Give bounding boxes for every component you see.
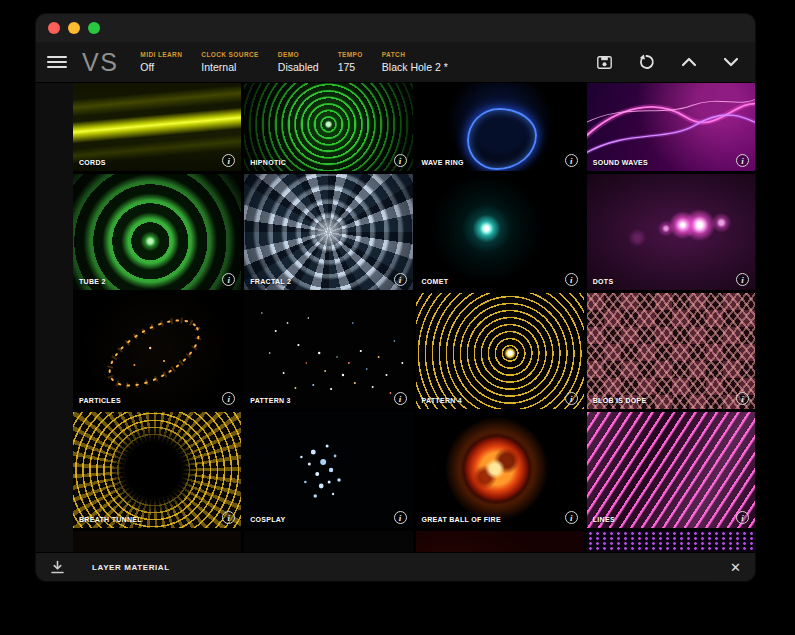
preset-label: WAVE RING <box>422 159 464 166</box>
preset-art <box>244 531 412 552</box>
preset-tile-particles[interactable]: PARTICLES i <box>73 293 241 409</box>
preset-label: COMET <box>422 278 449 285</box>
field-patch: PATCH Black Hole 2 * <box>382 51 448 73</box>
preset-art <box>416 412 584 528</box>
preset-tile-dots[interactable]: DOTS i <box>587 174 755 290</box>
close-window-button[interactable] <box>48 22 60 34</box>
main-area: CORDS i HIPNOTIC i WAVE RING i <box>36 83 755 552</box>
info-icon[interactable]: i <box>394 154 407 167</box>
preset-art <box>587 174 755 290</box>
preset-tile-hipnotic[interactable]: HIPNOTIC i <box>244 83 412 171</box>
preset-tile-blob-is-dope[interactable]: BLOB IS DOPE i <box>587 293 755 409</box>
app-header: VS MIDI LEARN Off CLOCK SOURCE Internal … <box>36 42 755 83</box>
field-midi-learn: MIDI LEARN Off <box>140 51 182 73</box>
preset-art <box>416 174 584 290</box>
preset-tile-wave-ring[interactable]: WAVE RING i <box>416 83 584 171</box>
zoom-window-button[interactable] <box>88 22 100 34</box>
preset-art <box>416 293 584 409</box>
menu-icon-line <box>47 61 67 63</box>
clock-source-value[interactable]: Internal <box>201 61 259 73</box>
demo-value[interactable]: Disabled <box>278 61 319 73</box>
patch-value[interactable]: Black Hole 2 * <box>382 61 448 73</box>
preset-grid: CORDS i HIPNOTIC i WAVE RING i <box>73 83 755 552</box>
preset-art <box>244 174 412 290</box>
preset-label: COSPLAY <box>250 516 285 523</box>
field-label: CLOCK SOURCE <box>201 51 259 58</box>
preset-tile-tube-2[interactable]: TUBE 2 i <box>73 174 241 290</box>
field-label: DEMO <box>278 51 319 58</box>
preset-art <box>244 83 412 171</box>
import-material-icon[interactable] <box>50 560 65 574</box>
preset-art <box>416 83 584 171</box>
preset-tile-lines[interactable]: LINES i <box>587 412 755 528</box>
preset-label: FRACTAL 2 <box>250 278 291 285</box>
info-icon[interactable]: i <box>394 273 407 286</box>
preset-tile-sound-waves[interactable]: SOUND WAVES i <box>587 83 755 171</box>
preset-label: GREAT BALL OF FIRE <box>422 516 501 523</box>
field-label: TEMPO <box>338 51 363 58</box>
preset-tile-partial-3[interactable] <box>416 531 584 552</box>
menu-icon[interactable] <box>47 56 67 68</box>
preset-label: SOUND WAVES <box>593 159 648 166</box>
minimize-window-button[interactable] <box>68 22 80 34</box>
close-icon[interactable]: ✕ <box>730 561 741 574</box>
info-icon[interactable]: i <box>736 154 749 167</box>
info-icon[interactable]: i <box>565 511 578 524</box>
app-logo: VS <box>82 50 118 75</box>
waves-art <box>587 83 755 171</box>
preset-tile-partial-1[interactable] <box>73 531 241 552</box>
field-label: MIDI LEARN <box>140 51 182 58</box>
left-sidebar <box>36 83 73 552</box>
preset-label: PARTICLES <box>79 397 121 404</box>
info-icon[interactable]: i <box>394 511 407 524</box>
preset-label: LINES <box>593 516 615 523</box>
info-icon[interactable]: i <box>394 392 407 405</box>
info-icon[interactable]: i <box>565 154 578 167</box>
preset-tile-partial-2[interactable] <box>244 531 412 552</box>
preset-label: CORDS <box>79 159 106 166</box>
preset-tile-great-ball-of-fire[interactable]: GREAT BALL OF FIRE i <box>416 412 584 528</box>
preset-art <box>587 293 755 409</box>
preset-tile-breath-tunnel[interactable]: BREATH TUNNEL i <box>73 412 241 528</box>
preset-tile-pattern-3[interactable]: PATTERN 3 i <box>244 293 412 409</box>
field-demo: DEMO Disabled <box>278 51 319 73</box>
window-titlebar[interactable] <box>36 14 755 42</box>
preset-art <box>73 531 241 552</box>
chevron-down-icon[interactable] <box>723 57 739 67</box>
menu-icon-line <box>47 66 67 68</box>
app-window: VS MIDI LEARN Off CLOCK SOURCE Internal … <box>36 14 755 581</box>
preset-label: BLOB IS DOPE <box>593 397 647 404</box>
preset-art <box>416 531 584 552</box>
preset-label: PATTERN 3 <box>250 397 291 404</box>
preset-art <box>73 174 241 290</box>
undo-icon[interactable] <box>638 54 655 70</box>
field-label: PATCH <box>382 51 448 58</box>
midi-learn-value[interactable]: Off <box>140 61 182 73</box>
preset-label: BREATH TUNNEL <box>79 516 142 523</box>
preset-tile-fractal-2[interactable]: FRACTAL 2 i <box>244 174 412 290</box>
preset-tile-partial-4[interactable] <box>587 531 755 552</box>
info-icon[interactable]: i <box>736 511 749 524</box>
speckle-art <box>244 293 412 409</box>
preset-label: PATTERN 4 <box>422 397 463 404</box>
particles-art <box>73 293 241 409</box>
info-icon[interactable]: i <box>736 392 749 405</box>
preset-label: HIPNOTIC <box>250 159 286 166</box>
info-icon[interactable]: i <box>736 273 749 286</box>
preset-tile-comet[interactable]: COMET i <box>416 174 584 290</box>
chevron-up-icon[interactable] <box>681 57 697 67</box>
info-icon[interactable]: i <box>565 273 578 286</box>
preset-tile-cosplay[interactable]: COSPLAY i <box>244 412 412 528</box>
preset-art <box>73 412 241 528</box>
info-icon[interactable]: i <box>565 392 578 405</box>
layer-material-bar: LAYER MATERIAL ✕ <box>36 552 755 581</box>
save-icon[interactable] <box>597 56 612 69</box>
preset-art <box>587 412 755 528</box>
preset-tile-pattern-4[interactable]: PATTERN 4 i <box>416 293 584 409</box>
field-clock-source: CLOCK SOURCE Internal <box>201 51 259 73</box>
tempo-value[interactable]: 175 <box>338 61 363 73</box>
preset-tile-cords[interactable]: CORDS i <box>73 83 241 171</box>
preset-art <box>587 531 755 552</box>
preset-label: DOTS <box>593 278 614 285</box>
dots-cluster-art <box>244 412 412 528</box>
